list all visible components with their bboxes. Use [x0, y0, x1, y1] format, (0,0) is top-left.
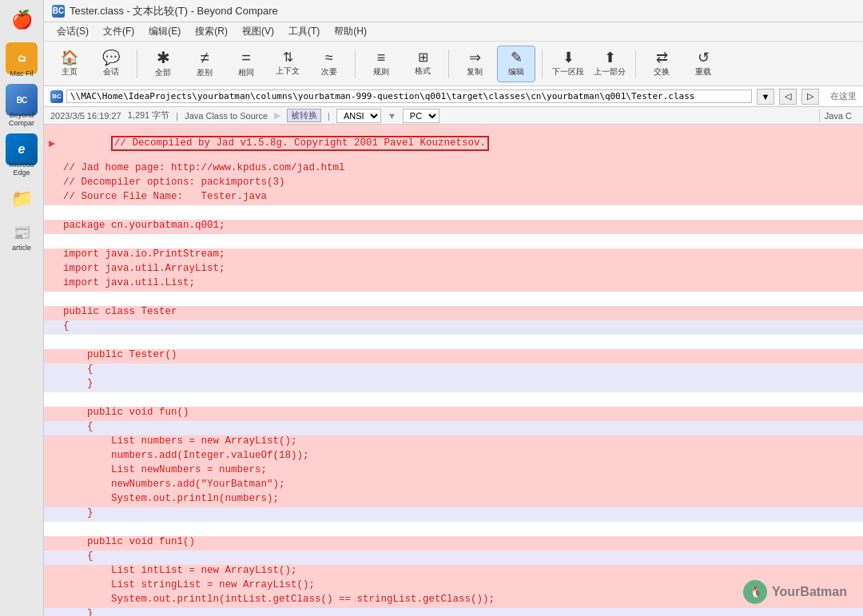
line-marker-0: ►: [44, 125, 60, 162]
toolbar-same-btn[interactable]: = 相同: [227, 46, 265, 82]
menu-search[interactable]: 搜索(R): [189, 23, 234, 40]
toolbar-next-btn[interactable]: ≈ 次要: [310, 46, 348, 82]
line-marker-4: [44, 205, 60, 220]
toolbar-reload-btn[interactable]: ↺ 重载: [684, 46, 722, 82]
code-line-4: [44, 205, 863, 220]
toolbar-updown-btn[interactable]: ⇅ 上下文: [268, 46, 307, 82]
info-size: 1,291 字节: [128, 109, 170, 121]
line-content-5: package cn.yourbatman.q001;: [60, 220, 863, 234]
info-separator3: ▼: [388, 111, 396, 121]
line-content-20: List numbers = new ArrayList();: [60, 435, 863, 450]
menu-tools[interactable]: 工具(T): [282, 23, 326, 40]
sidebar-item-article[interactable]: 📰 article: [6, 217, 38, 252]
line-content-4: [60, 205, 863, 220]
sidebar-item-folder[interactable]: 📁: [6, 183, 38, 210]
toolbar-copy-btn[interactable]: ⇒ 复制: [455, 46, 494, 82]
line-content-10: [60, 292, 863, 306]
code-line-11: public class Tester: [44, 306, 863, 320]
toolbar-sep-3: [448, 50, 449, 78]
path-forward-btn[interactable]: ▷: [801, 89, 819, 105]
toolbar-swap-label: 交换: [654, 66, 670, 77]
copy-icon: ⇒: [469, 50, 481, 65]
toolbar-copy-label: 复制: [467, 66, 483, 77]
toolbar-session-btn[interactable]: 💬 会话: [92, 46, 130, 82]
line-marker-8: [44, 263, 60, 277]
code-line-12: {: [44, 320, 863, 335]
toolbar-edit-label: 编辑: [508, 66, 524, 77]
code-line-26: [44, 522, 863, 536]
toolbar-next-section-label: 下一区段: [552, 66, 584, 77]
toolbar: 🏠 主页 💬 会话 ✱ 全部 ≠ 差别 = 相同 ⇅ 上下文 ≈ 次要: [44, 42, 863, 86]
menu-file[interactable]: 文件(F): [97, 23, 141, 40]
code-line-1: // Jad home page: http://www.kpdus.com/j…: [44, 162, 863, 177]
line-marker-9: [44, 277, 60, 292]
info-lineending-select[interactable]: PC: [403, 109, 439, 123]
menu-session[interactable]: 会话(S): [50, 23, 95, 40]
line-marker-32: [44, 608, 60, 616]
menu-edit[interactable]: 编辑(E): [142, 23, 187, 40]
reload-icon: ↺: [698, 50, 710, 65]
diff-icon: ≠: [201, 50, 209, 66]
code-line-9: import java.util.List;: [44, 277, 863, 292]
toolbar-format-btn[interactable]: ⊞ 格式: [404, 46, 442, 82]
line-content-19: {: [60, 421, 863, 435]
code-line-22: List newNumbers = numbers;: [44, 464, 863, 479]
prev-section-icon: ⬆: [604, 50, 616, 65]
code-line-24: System.out.println(numbers);: [44, 493, 863, 507]
toolbar-swap-btn[interactable]: ⇄ 交换: [642, 46, 681, 82]
next-icon: ≈: [325, 50, 333, 65]
code-area[interactable]: ► // Decompiled by Jad v1.5.8g. Copyrigh…: [44, 125, 863, 616]
code-line-23: newNumbers.add("YourBatman");: [44, 479, 863, 493]
menu-bar: 会话(S) 文件(F) 编辑(E) 搜索(R) 视图(V) 工具(T) 帮助(H…: [44, 22, 863, 42]
line-marker-30: [44, 579, 60, 594]
watermark-icon: 🐧: [743, 580, 767, 604]
sidebar: 🍎 🗂 Mac Fil BC BeyondCompar e MicrosoEdg…: [0, 0, 44, 616]
info-bar: 2023/3/5 16:19:27 1,291 字节 | Java Class …: [44, 107, 863, 125]
toolbar-sep-2: [355, 50, 356, 78]
toolbar-prev-section-label: 上一部分: [594, 66, 626, 77]
watermark-text: YourBatman: [772, 585, 847, 599]
path-back-btn[interactable]: ◁: [779, 89, 797, 105]
info-encoding-select[interactable]: ANSI: [336, 109, 381, 123]
info-convert-type: Java Class to Source: [185, 111, 268, 121]
sidebar-item-beyond[interactable]: BC BeyondCompar: [6, 84, 38, 127]
toolbar-sep-1: [137, 50, 137, 78]
toolbar-edit-btn[interactable]: ✎ 编辑: [497, 46, 535, 82]
code-line-30: List stringList = new ArrayList();: [44, 579, 863, 594]
code-line-25: }: [44, 507, 863, 522]
path-input[interactable]: [66, 89, 752, 103]
line-marker-21: [44, 450, 60, 464]
home-icon: 🏠: [61, 50, 78, 65]
app-icon: BC: [52, 5, 65, 18]
toolbar-home-btn[interactable]: 🏠 主页: [50, 46, 89, 82]
sidebar-item-macfile[interactable]: 🗂 Mac Fil: [6, 42, 38, 77]
path-dropdown-btn[interactable]: ▼: [757, 89, 774, 105]
toolbar-next-section-btn[interactable]: ⬇ 下一区段: [549, 46, 587, 82]
toolbar-sep-4: [542, 50, 543, 78]
menu-view[interactable]: 视图(V): [236, 23, 280, 40]
menu-help[interactable]: 帮助(H): [328, 23, 373, 40]
line-marker-15: [44, 364, 60, 378]
toolbar-diff-btn[interactable]: ≠ 差别: [185, 46, 224, 82]
toolbar-prev-section-btn[interactable]: ⬆ 上一部分: [591, 46, 629, 82]
info-convert-label: 被转换: [287, 109, 321, 122]
highlight-box: // Decompiled by Jad v1.5.8g. Copyright …: [111, 136, 489, 151]
path-right-label: 在这里: [830, 90, 857, 102]
code-line-31: System.out.println(intList.getClass() ==…: [44, 594, 863, 608]
code-line-0: ► // Decompiled by Jad v1.5.8g. Copyrigh…: [44, 125, 863, 162]
line-marker-20: [44, 435, 60, 450]
line-content-3: // Source File Name: Tester.java: [60, 191, 863, 205]
toolbar-diff-label: 差别: [197, 67, 213, 78]
toolbar-all-btn[interactable]: ✱ 全部: [144, 46, 182, 82]
line-content-8: import java.util.ArrayList;: [60, 263, 863, 277]
toolbar-rules-btn[interactable]: ≡ 规则: [362, 46, 400, 82]
code-line-16: }: [44, 378, 863, 392]
sidebar-item-edge[interactable]: e MicrosoEdge: [6, 133, 38, 177]
line-content-24: System.out.println(numbers);: [60, 493, 863, 507]
line-marker-3: [44, 191, 60, 205]
line-marker-23: [44, 479, 60, 493]
sidebar-icon-apple[interactable]: 🍎: [6, 4, 38, 36]
line-marker-26: [44, 522, 60, 536]
updown-icon: ⇅: [283, 51, 293, 64]
line-content-9: import java.util.List;: [60, 277, 863, 292]
